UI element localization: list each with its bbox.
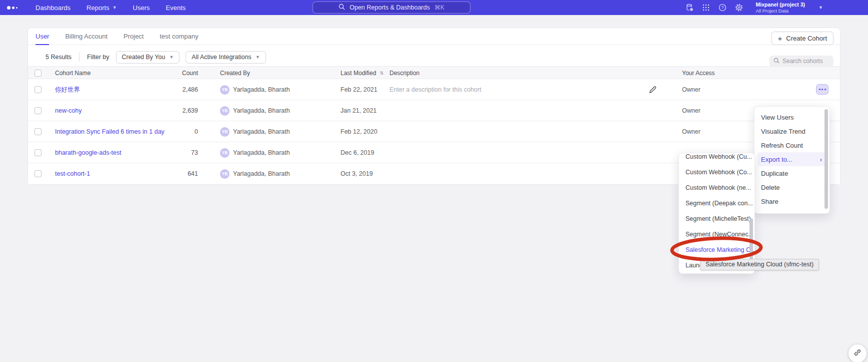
row-checkbox[interactable]: [34, 100, 42, 121]
results-count: 5 Results: [46, 54, 72, 61]
submenu-item-custom-webhook-3[interactable]: Custom Webhook (ne...: [679, 180, 754, 195]
submenu-item-custom-webhook-2[interactable]: Custom Webhook (Co...: [679, 164, 754, 180]
avatar: YB: [220, 79, 230, 100]
cohort-count: 73: [143, 142, 198, 163]
select-all-checkbox[interactable]: [34, 67, 42, 80]
share-link-button[interactable]: [848, 344, 866, 362]
cohort-count: 0: [143, 121, 198, 142]
last-modified-value: Oct 3, 2019: [340, 163, 373, 184]
nav-item-dashboards[interactable]: Dashboards: [36, 4, 70, 12]
header-created-by[interactable]: Created By: [220, 67, 250, 80]
menu-item-duplicate[interactable]: Duplicate: [754, 166, 830, 180]
last-modified-value: Dec 6, 2019: [340, 142, 374, 163]
search-icon: [774, 57, 780, 66]
keyboard-shortcut: ⌘K: [434, 4, 444, 11]
link-icon: [854, 348, 862, 358]
avatar: YB: [220, 121, 230, 142]
submenu-item-segment-1[interactable]: Segment (Deepak con...: [679, 195, 754, 211]
submenu-item-salesforce-marketing-cloud[interactable]: Salesforce Marketing C...: [679, 242, 754, 257]
data-management-icon[interactable]: [686, 4, 694, 12]
last-modified-value: Feb 22, 2021: [340, 79, 378, 100]
chevron-down-icon: ▼: [112, 5, 117, 10]
cohort-name-link[interactable]: new-cohy: [55, 100, 82, 121]
help-icon[interactable]: ?: [718, 4, 726, 12]
mixpanel-logo-icon: [7, 6, 18, 10]
sort-icon: ⇅: [380, 71, 384, 76]
table-row: new-cohy 2,639 YB Yarlagadda, Bharath Ja…: [28, 100, 840, 121]
table-row: 你好世界 2,486 YB Yarlagadda, Bharath Feb 22…: [28, 79, 840, 100]
access-value: Owner: [682, 121, 700, 142]
header-cohort-name[interactable]: Cohort Name: [55, 67, 90, 80]
header-your-access: Your Access: [682, 67, 715, 80]
row-actions-button[interactable]: [816, 84, 828, 95]
created-by-value: Yarlagadda, Bharath: [233, 142, 290, 163]
cohort-name-link[interactable]: 你好世界: [55, 79, 80, 100]
last-modified-value: Jan 21, 2021: [340, 100, 376, 121]
table-header: Cohort Name Count Created By Last Modifi…: [28, 66, 840, 79]
plus-icon: +: [778, 34, 782, 43]
settings-gear-icon[interactable]: [735, 4, 743, 12]
header-last-modified[interactable]: Last Modified⇅: [340, 67, 384, 80]
cohort-type-tabs: User Billing Account Project test compan…: [28, 28, 840, 45]
submenu-item-segment-2[interactable]: Segment (MichelleTest): [679, 211, 754, 226]
menu-scrollbar[interactable]: [824, 109, 828, 209]
cohort-count: 2,486: [143, 79, 198, 100]
cohort-name-link[interactable]: test-cohort-1: [55, 163, 90, 184]
menu-item-visualize-trend[interactable]: Visualize Trend: [754, 124, 830, 138]
row-checkbox[interactable]: [34, 142, 42, 163]
submenu-item-custom-webhook-1[interactable]: Custom Webhook (Cu...: [679, 153, 754, 164]
submenu-item-segment-3[interactable]: Segment (NewConnec...: [679, 226, 754, 242]
export-submenu: Custom Webhook (Cu... Custom Webhook (Co…: [678, 153, 755, 274]
nav-item-reports[interactable]: Reports▼: [86, 4, 116, 12]
last-modified-value: Feb 12, 2020: [340, 121, 378, 142]
access-value: Owner: [682, 79, 700, 100]
access-value: Owner: [682, 100, 700, 121]
nav-item-users[interactable]: Users: [133, 4, 150, 12]
chevron-down-icon: ▼: [169, 55, 174, 60]
header-description: Description: [390, 67, 420, 80]
project-switcher[interactable]: Mixpanel (project 3) All Project Data: [756, 2, 805, 14]
tab-user[interactable]: User: [36, 28, 49, 45]
created-by-value: Yarlagadda, Bharath: [233, 100, 290, 121]
header-count[interactable]: Count: [143, 67, 198, 80]
create-cohort-button[interactable]: + Create Cohort: [772, 32, 834, 45]
menu-item-share[interactable]: Share: [754, 194, 830, 208]
tab-billing-account[interactable]: Billing Account: [65, 28, 108, 45]
cohort-search-input[interactable]: [782, 58, 828, 65]
menu-item-export-to[interactable]: Export to... ›: [758, 152, 826, 166]
chevron-right-icon: ›: [820, 156, 822, 163]
cohort-name-link[interactable]: bharath-google-ads-test: [55, 142, 122, 163]
created-by-value: Yarlagadda, Bharath: [233, 163, 290, 184]
nav-item-events[interactable]: Events: [166, 4, 186, 12]
divider: [79, 53, 80, 62]
chevron-down-icon: ▼: [256, 55, 260, 60]
tab-test-company[interactable]: test company: [160, 28, 198, 45]
apps-grid-icon[interactable]: [702, 4, 710, 12]
created-by-value: Yarlagadda, Bharath: [233, 121, 290, 142]
avatar: YB: [220, 142, 230, 163]
row-actions-menu: View Users Visualize Trend Refresh Count…: [754, 106, 830, 214]
menu-item-view-users[interactable]: View Users: [754, 110, 830, 124]
top-nav: Dashboards Reports▼ Users Events Open Re…: [0, 0, 868, 15]
global-search-bar[interactable]: Open Reports & Dashboards ⌘K: [312, 2, 470, 14]
cohort-search-box[interactable]: [770, 56, 834, 67]
integrations-filter[interactable]: All Active Integrations ▼: [186, 51, 266, 64]
description-placeholder[interactable]: Enter a description for this cohort: [390, 79, 481, 100]
row-checkbox[interactable]: [34, 121, 42, 142]
project-name: Mixpanel (project 3): [756, 2, 805, 8]
table-row: Integration Sync Failed 6 times in 1 day…: [28, 121, 840, 142]
edit-description-pencil-icon[interactable]: [648, 85, 657, 94]
menu-item-refresh-count[interactable]: Refresh Count: [754, 138, 830, 152]
row-checkbox[interactable]: [34, 163, 42, 184]
filter-toolbar: 5 Results Filter by Created By You ▼ All…: [46, 49, 272, 66]
search-icon: [338, 3, 345, 12]
row-checkbox[interactable]: [34, 79, 42, 100]
tab-project[interactable]: Project: [124, 28, 144, 45]
salesforce-tooltip: Salesforce Marketing Cloud (sfmc-test): [700, 259, 819, 270]
menu-item-delete[interactable]: Delete: [754, 180, 830, 194]
cohort-count: 641: [143, 163, 198, 184]
project-scope: All Project Data: [756, 8, 805, 14]
chevron-down-icon[interactable]: ▼: [818, 5, 823, 10]
created-by-filter[interactable]: Created By You ▼: [116, 51, 180, 64]
avatar: YB: [220, 163, 230, 184]
